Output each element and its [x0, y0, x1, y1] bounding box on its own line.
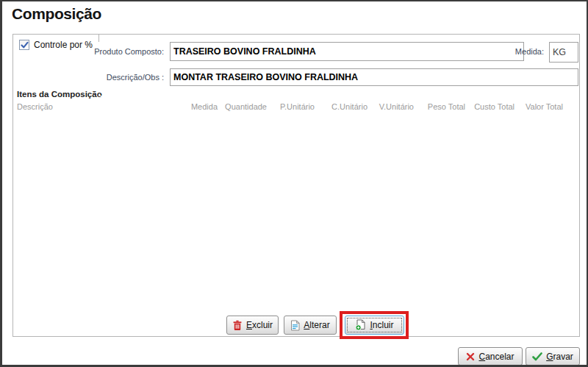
cancel-x-icon	[466, 352, 475, 361]
excluir-label: Excluir	[246, 320, 273, 330]
col-descricao: Descrição	[17, 102, 53, 111]
produto-composto-input[interactable]	[170, 42, 524, 61]
itens-section-divider	[98, 96, 573, 96]
controle-por-percent-label: Controle por %	[34, 40, 93, 50]
controle-por-percent-checkbox[interactable]: Controle por %	[19, 40, 93, 50]
cancelar-label: Cancelar	[478, 352, 514, 362]
col-custo-total: Custo Total	[474, 102, 514, 111]
page-title: Composição	[12, 5, 101, 23]
col-valor-total: Valor Total	[526, 102, 563, 111]
items-grid-header: Descrição Medida Quantidade P.Unitário C…	[17, 102, 576, 113]
gravar-button[interactable]: Gravar	[526, 347, 580, 366]
alterar-label: Alterar	[304, 320, 329, 330]
add-document-icon	[355, 319, 366, 331]
checkbox-checked-icon[interactable]	[19, 40, 29, 50]
medida-input[interactable]	[549, 42, 578, 63]
incluir-button[interactable]: Incluir	[345, 316, 404, 335]
cancelar-button[interactable]: Cancelar	[458, 347, 523, 366]
save-check-icon	[532, 352, 542, 361]
col-c-unitario: C.Unitário	[331, 102, 368, 111]
footer-divider	[10, 354, 456, 355]
descricao-obs-input[interactable]	[170, 68, 578, 86]
col-peso-total: Peso Total	[428, 102, 465, 111]
trash-icon	[232, 320, 243, 331]
alterar-button[interactable]: Alterar	[284, 316, 337, 335]
edit-document-icon	[290, 320, 300, 331]
composition-dialog: Composição Controle por % Produto Compos…	[0, 0, 588, 367]
excluir-button[interactable]: Excluir	[226, 316, 279, 335]
descricao-obs-label: Descrição/Obs :	[107, 73, 164, 82]
checkbox-panel-edge	[98, 34, 99, 42]
col-v-unitario: V.Unitário	[379, 102, 414, 111]
itens-section-title: Itens da Composição	[17, 90, 102, 99]
items-grid-empty-area	[13, 115, 579, 292]
produto-composto-label: Produto Composto:	[94, 47, 164, 56]
medida-label: Medida:	[515, 47, 544, 56]
col-p-unitario: P.Unitário	[280, 102, 315, 111]
title-divider	[129, 16, 580, 17]
incluir-label: Incluir	[370, 320, 393, 330]
col-medida: Medida	[191, 102, 218, 111]
col-quantidade: Quantidade	[225, 102, 267, 111]
gravar-label: Gravar	[546, 352, 573, 362]
